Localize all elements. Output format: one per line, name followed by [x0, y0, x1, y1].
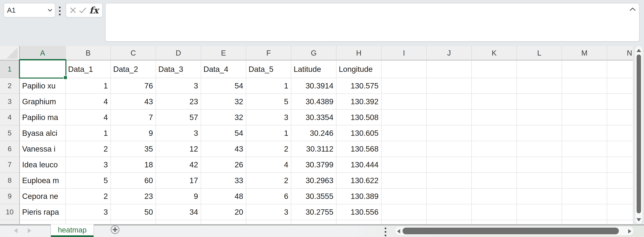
cell[interactable]	[427, 204, 472, 220]
cell-G1[interactable]: Latitude	[291, 60, 336, 78]
scroll-up-icon[interactable]	[636, 49, 641, 52]
cell-H1[interactable]: Longitude	[336, 60, 382, 78]
column-header-K[interactable]: K	[472, 46, 517, 60]
cell[interactable]	[472, 110, 517, 125]
column-header-N[interactable]: N	[607, 46, 633, 60]
cell-species[interactable]: Byasa alci	[20, 125, 66, 141]
cell[interactable]: 9	[111, 125, 156, 141]
cell[interactable]	[382, 173, 427, 188]
scroll-right-icon[interactable]	[628, 229, 631, 233]
cell[interactable]	[562, 220, 607, 224]
cell[interactable]: 57	[156, 110, 201, 125]
cell-longitude[interactable]: 130.389	[336, 188, 382, 204]
cell[interactable]	[472, 94, 517, 110]
cell-species[interactable]: Pieris rapa	[20, 204, 66, 220]
cell[interactable]	[607, 157, 633, 173]
vertical-scrollbar-thumb[interactable]	[636, 55, 641, 213]
cell[interactable]: 60	[111, 173, 156, 188]
cell[interactable]	[427, 220, 472, 224]
cell[interactable]: 9	[156, 188, 201, 204]
cell[interactable]	[472, 188, 517, 204]
cell[interactable]	[382, 78, 427, 94]
cell-latitude[interactable]: 30.3354	[291, 110, 336, 125]
cell[interactable]	[562, 157, 607, 173]
add-sheet-button[interactable]	[110, 225, 120, 234]
cell[interactable]: 32	[201, 110, 246, 125]
cell[interactable]: 3	[246, 204, 291, 220]
cell-longitude[interactable]: 130.568	[336, 141, 382, 157]
cell[interactable]: 5	[66, 173, 111, 188]
column-header-M[interactable]: M	[562, 46, 607, 60]
cell[interactable]	[472, 220, 517, 224]
cell[interactable]: 42	[156, 157, 201, 173]
cell[interactable]	[607, 141, 633, 157]
cell-species[interactable]: Papilio ma	[20, 110, 66, 125]
insert-function-icon[interactable]: fx	[90, 6, 98, 15]
cell[interactable]	[246, 220, 291, 224]
cell[interactable]: 50	[111, 204, 156, 220]
cell[interactable]	[472, 125, 517, 141]
cell[interactable]	[427, 141, 472, 157]
cell[interactable]: 1	[246, 78, 291, 94]
cell-F1[interactable]: Data_5	[246, 60, 291, 78]
cell[interactable]: 5	[246, 94, 291, 110]
cell[interactable]	[517, 125, 562, 141]
cell[interactable]	[472, 173, 517, 188]
cell[interactable]	[562, 188, 607, 204]
cell[interactable]: 34	[156, 204, 201, 220]
cell[interactable]: 4	[66, 94, 111, 110]
cell[interactable]: 2	[246, 141, 291, 157]
cell[interactable]	[427, 60, 472, 78]
cell[interactable]: 1	[66, 125, 111, 141]
cell[interactable]	[562, 60, 607, 78]
row-header-10[interactable]: 10	[0, 204, 20, 220]
cell[interactable]	[382, 220, 427, 224]
cell[interactable]	[517, 173, 562, 188]
cell-latitude[interactable]: 30.4389	[291, 94, 336, 110]
row-header-3[interactable]: 3	[0, 94, 20, 110]
cell[interactable]	[517, 188, 562, 204]
cell[interactable]: 33	[201, 173, 246, 188]
row-header-5[interactable]: 5	[0, 125, 20, 141]
cell-species[interactable]: Graphium	[20, 94, 66, 110]
column-header-H[interactable]: H	[336, 46, 382, 60]
row-header-8[interactable]: 8	[0, 173, 20, 188]
cell[interactable]	[382, 157, 427, 173]
cell[interactable]	[607, 173, 633, 188]
row-header-11[interactable]	[0, 220, 20, 224]
cell[interactable]	[156, 220, 201, 224]
row-header-1[interactable]: 1	[0, 60, 20, 78]
cell[interactable]: 3	[156, 78, 201, 94]
cell[interactable]	[111, 220, 156, 224]
cell-latitude[interactable]: 30.3112	[291, 141, 336, 157]
cell[interactable]	[472, 157, 517, 173]
cell[interactable]	[291, 220, 336, 224]
cell[interactable]	[427, 125, 472, 141]
cell[interactable]: 4	[246, 157, 291, 173]
cell[interactable]: 26	[201, 157, 246, 173]
cell[interactable]: 43	[201, 141, 246, 157]
cell-species[interactable]: Cepora ne	[20, 188, 66, 204]
cell[interactable]	[562, 110, 607, 125]
cell[interactable]	[382, 125, 427, 141]
scroll-down-icon[interactable]	[636, 218, 641, 221]
cell[interactable]: 2	[246, 173, 291, 188]
column-header-J[interactable]: J	[427, 46, 472, 60]
row-header-6[interactable]: 6	[0, 141, 20, 157]
cell[interactable]	[607, 188, 633, 204]
cell[interactable]	[427, 173, 472, 188]
cell[interactable]	[472, 78, 517, 94]
cell[interactable]	[517, 141, 562, 157]
prev-sheet-icon[interactable]	[14, 228, 18, 233]
column-header-I[interactable]: I	[382, 46, 427, 60]
formula-bar[interactable]	[105, 3, 640, 42]
cell[interactable]: 12	[156, 141, 201, 157]
select-all-corner[interactable]	[0, 46, 20, 60]
cell[interactable]	[562, 125, 607, 141]
cell-longitude[interactable]: 130.508	[336, 110, 382, 125]
cell[interactable]	[382, 141, 427, 157]
row-header-7[interactable]: 7	[0, 157, 20, 173]
scrollbar-grip-icon[interactable]	[385, 227, 386, 236]
cell[interactable]: 23	[156, 94, 201, 110]
cell[interactable]: 4	[66, 110, 111, 125]
